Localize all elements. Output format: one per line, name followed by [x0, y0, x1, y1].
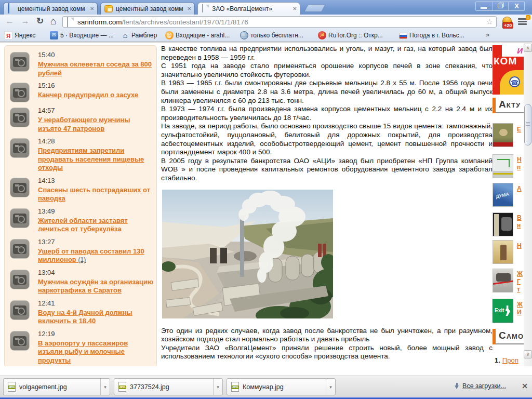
bookmark-mail-inbox[interactable]: ✉ 5 · Входящие — ...	[50, 31, 114, 39]
rail-thumbnail-ribbon-cutting[interactable]	[493, 269, 513, 292]
bookmark-inbox-arahl[interactable]: @ Входящие - arahl...	[165, 31, 230, 39]
news-item: 13:04 Мужчина осуждён за организацию нар…	[10, 269, 153, 295]
rail-thumbnail-soldier[interactable]	[493, 123, 513, 147]
bookmark-yandex[interactable]: Я Яндекс	[4, 31, 35, 39]
globe-icon	[240, 31, 248, 39]
tab-2[interactable]: цементный завод комм ×	[100, 2, 195, 15]
news-link[interactable]: Канчер предупредил о засухе	[38, 91, 153, 100]
news-link[interactable]: Спасены шесть пострадавших от паводка	[38, 186, 153, 203]
show-all-downloads-link[interactable]: Все загрузки...	[455, 382, 506, 390]
news-time: 14:13	[38, 177, 153, 184]
reload-button[interactable]: ↻	[36, 16, 44, 26]
tab-close-icon[interactable]: ×	[292, 6, 297, 11]
bookmark-label: Яндекс	[15, 32, 35, 39]
news-link[interactable]: В аэропорту у пассажиров изъяли рыбу и м…	[38, 339, 153, 365]
vertical-scrollbar-thumb[interactable]	[524, 104, 531, 145]
news-link[interactable]: Воду на 4-й Дачной должны включить в 18.…	[38, 309, 153, 326]
rail-thumbnail-exit-sign[interactable]: Exit	[493, 299, 513, 323]
article-paragraph: С 1951 года на заводе стало применяться …	[161, 62, 493, 79]
russian-flag-icon	[399, 33, 407, 39]
bookmark-star-icon[interactable]: ☆	[486, 17, 493, 26]
camera-thumbnail-icon[interactable]	[10, 239, 30, 259]
camera-thumbnail-icon[interactable]	[10, 208, 30, 228]
download-item-volgagement[interactable]: JPG volgagement.jpg ▾	[3, 378, 110, 395]
restore-button[interactable]	[492, 2, 508, 10]
forward-button[interactable]: →	[21, 16, 30, 26]
rail-list-link[interactable]: Проп	[502, 356, 518, 364]
article-paragraph: В качестве топлива на предприятии исполь…	[161, 45, 493, 62]
minimize-button[interactable]	[476, 2, 492, 10]
article-paragraph: В 1973 — 1974 г.г. была произведена заме…	[161, 105, 493, 122]
tab-close-icon[interactable]: ×	[90, 6, 94, 11]
tab-1[interactable]: цементный завод комм ×	[3, 2, 98, 15]
article-paragraph: Учредители ЗАО «ВолгаЦемент» приняли реш…	[161, 344, 493, 361]
camera-thumbnail-icon[interactable]	[10, 138, 30, 158]
download-filename: 37737524.jpg	[130, 383, 169, 391]
comments-count[interactable]: (1)	[78, 256, 86, 263]
close-button[interactable]: X	[508, 2, 524, 10]
download-menu-caret[interactable]: ▾	[213, 379, 222, 395]
bookmark-rambler[interactable]: ⌂ Рамблер	[121, 31, 157, 39]
download-item-kommunar[interactable]: JPG Коммунар.jpg ▾	[227, 378, 336, 395]
ad-text-i: И	[517, 46, 523, 55]
new-tab-button[interactable]	[304, 4, 326, 12]
news-link[interactable]: Мужчина оклеветал соседа за 800 рублей	[38, 60, 153, 77]
download-menu-caret[interactable]: ▾	[100, 379, 110, 395]
camera-thumbnail-icon[interactable]	[10, 331, 30, 351]
bookmark-free[interactable]: только бесплатн...	[240, 31, 303, 39]
house-icon: ⌂	[121, 31, 129, 39]
phone-icon: ☎	[509, 76, 520, 87]
rail-link[interactable]: Ж Г т	[517, 270, 524, 294]
rail-link[interactable]: Е	[517, 126, 524, 134]
scroll-up-button[interactable]: ∧	[524, 44, 532, 52]
camera-thumbnail-icon[interactable]	[10, 300, 30, 320]
tab-3-active[interactable]: ЗАО «ВолгаЦемент» ×	[197, 2, 300, 15]
rail-link[interactable]: Н	[517, 242, 524, 250]
close-shelf-button[interactable]: ✕	[522, 382, 528, 390]
rail-link[interactable]: Ж И	[517, 301, 524, 316]
ad-banner[interactable]: И КОМ ☎	[493, 45, 524, 95]
download-item-37737524[interactable]: JPG 37737524.jpg ▾	[114, 378, 223, 395]
rail-numbered-item: 1.Проп	[495, 356, 518, 364]
address-bar[interactable]: sarinform.com/lenta/archives/contestant/…	[62, 16, 497, 28]
camera-thumbnail-icon[interactable]	[10, 52, 30, 72]
back-button[interactable]: ←	[5, 16, 14, 26]
article-body: В качестве топлива на предприятии исполь…	[161, 45, 493, 361]
camera-thumbnail-icon[interactable]	[10, 83, 30, 102]
news-link[interactable]: Ущерб от паводка составил 130 миллионов …	[38, 247, 153, 264]
rail-thumbnail-poster[interactable]	[493, 212, 513, 236]
news-time: 12:41	[38, 299, 153, 307]
bookmarks-overflow-chevron[interactable]: »	[486, 31, 489, 38]
news-link[interactable]: Жителей области заставят лечиться от туб…	[38, 217, 153, 234]
yandex-icon: Я	[4, 31, 12, 39]
vertical-scrollbar[interactable]: ∧ ∨	[524, 44, 532, 366]
bookmark-weather[interactable]: Погода в г. Вольс...	[399, 31, 464, 39]
notifications-extension-button[interactable]: +20	[501, 16, 513, 28]
rail-link[interactable]: В н	[517, 214, 524, 230]
download-menu-caret[interactable]: ▾	[326, 379, 335, 395]
article-paragraph: В 2005 году в результате банкротства ОАО…	[161, 157, 493, 183]
camera-thumbnail-icon[interactable]	[10, 270, 30, 289]
rail-thumbnail-street[interactable]	[493, 154, 513, 178]
news-link[interactable]: Предприятиям запретили продавать населен…	[38, 147, 153, 172]
scroll-down-button[interactable]: ∨	[524, 350, 532, 358]
news-link[interactable]: У неработающего мужчины изъято 47 патрон…	[38, 116, 153, 133]
actual-section-heading: Акту	[493, 98, 524, 113]
most-section-heading: Само	[493, 329, 524, 344]
bookmark-label: Погода в г. Вольс...	[409, 32, 464, 39]
camera-thumbnail-icon[interactable]	[10, 108, 30, 127]
news-item: 12:19 В аэропорту у пассажиров изъяли ры…	[10, 330, 153, 365]
tab-close-icon[interactable]: ×	[187, 6, 191, 11]
tab-title: цементный завод комм	[116, 5, 184, 12]
rail-link[interactable]: А	[517, 185, 524, 193]
download-filename: volgagement.jpg	[19, 383, 67, 391]
factory-aerial-photo	[162, 190, 333, 318]
rail-link[interactable]: Н п	[517, 156, 524, 171]
bookmark-rutor[interactable]: ☭ RuTor.Org :: Откр...	[318, 31, 383, 39]
home-button[interactable]: ⌂	[50, 16, 56, 26]
camera-thumbnail-icon[interactable]	[10, 178, 30, 197]
browser-menu-button[interactable]: !	[518, 17, 528, 26]
rail-thumbnail-podium[interactable]	[493, 240, 513, 264]
news-link[interactable]: Мужчина осуждён за организацию наркотраф…	[38, 278, 153, 295]
rail-thumbnail-duma[interactable]: ДУМА	[493, 183, 513, 207]
